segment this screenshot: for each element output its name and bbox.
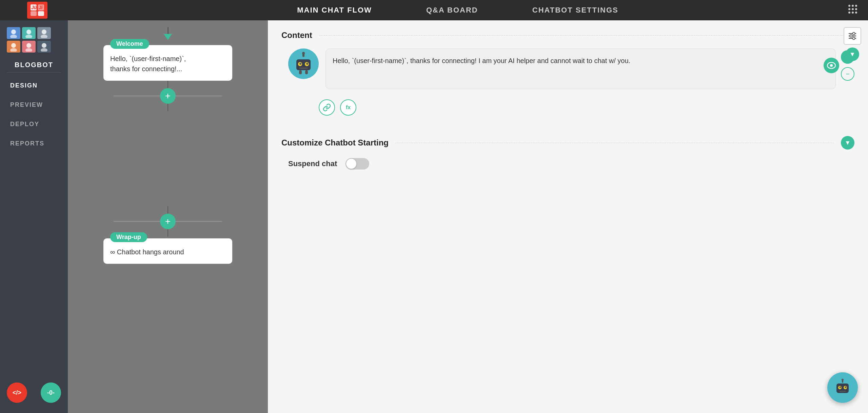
customize-section-header: Customize Chatbot Starting ▼ [281,136,854,150]
nav-tab-chatbot-settings[interactable]: CHATBOT SETTINGS [505,0,646,20]
customize-divider [395,143,834,143]
avatar-4[interactable] [7,41,20,53]
nav-tab-qa-board[interactable]: Q&A BOARD [399,0,505,20]
content-section-header: Content [281,31,854,40]
add-node-button-1[interactable]: + [160,88,176,104]
svg-point-17 [26,29,31,34]
h-line-left-2 [114,221,160,222]
svg-rect-44 [299,70,302,74]
eye-button[interactable] [824,58,839,73]
svg-point-37 [302,52,305,55]
chat-message-input[interactable]: Hello, `(user-first-name)`, thanks for c… [326,48,836,89]
svg-point-12 [848,12,850,14]
chevron-down-icon-2: ▼ [845,139,851,146]
grid-icon[interactable] [848,4,858,16]
suspend-chat-label: Suspend chat [288,159,337,168]
avatar-5[interactable] [22,41,36,53]
svg-point-54 [842,379,844,381]
avatar-6[interactable] [37,41,51,53]
h-line-row-1: + [114,88,222,104]
avatar-1[interactable] [7,27,20,39]
svg-rect-52 [839,391,846,392]
welcome-label: Welcome [110,39,149,49]
flow-arrow [164,34,172,40]
customize-section: Customize Chatbot Starting ▼ Suspend cha… [281,136,854,170]
nav-tabs: MAIN CHAT FLOW Q&A BOARD CHATBOT SETTING… [68,0,848,20]
h-line-right-2 [176,221,222,222]
avatar-2[interactable] [22,27,36,39]
svg-point-16 [10,35,17,38]
h-line-row-2: + [114,214,222,229]
chat-icon-row: fx [281,99,854,116]
suspend-chat-row: Suspend chat [281,158,854,170]
svg-point-22 [10,48,17,52]
svg-point-20 [41,35,47,38]
customize-section-title: Customize Chatbot Starting [281,138,389,148]
sidebar-item-preview[interactable]: PREVIEW [0,95,68,115]
link-button[interactable] [319,99,335,116]
svg-point-50 [840,387,841,388]
svg-point-24 [25,48,32,52]
top-nav: Jü Ji MAIN CHAT FLOW Q&A BOARD CHATBOT S… [0,0,868,20]
svg-rect-43 [299,67,308,69]
svg-point-25 [42,43,46,48]
sidebar-item-reports[interactable]: REPORTS [0,134,68,153]
flow-canvas: Welcome Hello, `(user-first-name)`, than… [68,20,268,413]
zero-button[interactable]: -0- [41,382,61,403]
v-line-3 [167,206,168,214]
customize-dropdown-button[interactable]: ▼ [841,136,854,150]
svg-point-19 [42,29,46,34]
floating-bot-button[interactable] [827,372,858,403]
main-layout: BLOGBOT DESIGN PREVIEW DEPLOY REPORTS </… [0,20,868,413]
sidebar-item-deploy[interactable]: DEPLOY [0,115,68,134]
v-line-2 [167,104,168,111]
code-button[interactable]: </> [7,382,27,403]
svg-point-21 [11,43,16,48]
sidebar-bottom: </> -0- [0,379,68,406]
h-line-left-1 [114,96,160,96]
right-panel: ▼ Content [268,20,868,413]
avatar-grid [7,27,61,53]
flow-wrap: Welcome Hello, `(user-first-name)`, than… [68,27,268,264]
suspend-chat-toggle[interactable] [346,158,369,170]
avatar-3[interactable] [37,27,51,39]
content-dropdown-button[interactable]: ▼ [846,47,859,61]
svg-point-26 [41,48,47,52]
svg-point-30 [853,33,855,35]
welcome-node[interactable]: Welcome Hello, `(user-first-name)`, than… [103,45,232,81]
svg-point-32 [853,37,855,40]
nav-tab-main-chat-flow[interactable]: MAIN CHAT FLOW [270,0,399,20]
toggle-knob [346,159,356,169]
svg-rect-3 [38,11,44,16]
flow-spacer [68,111,268,206]
content-section-title: Content [281,31,312,40]
wrapup-label: Wrap-up [110,232,147,242]
svg-point-42 [306,63,308,65]
svg-point-18 [25,35,32,38]
chat-area: Hello, `(user-first-name)`, thanks for c… [281,48,854,89]
sidebar-avatars [0,20,68,56]
svg-point-7 [852,5,854,7]
svg-point-14 [855,12,857,14]
fx-button[interactable]: fx [340,99,356,116]
sidebar-item-design[interactable]: DESIGN [0,76,68,95]
svg-point-34 [830,64,833,67]
logo-area: Jü Ji [0,2,68,19]
svg-rect-45 [305,70,308,74]
fx-icon: fx [346,104,351,111]
logo[interactable]: Jü Ji [27,2,47,19]
svg-text:Ji: Ji [39,5,43,10]
svg-point-13 [852,12,854,14]
add-node-button-2[interactable]: + [160,214,176,229]
filter-button[interactable] [844,27,861,45]
chat-bubble-area: Hello, `(user-first-name)`, thanks for c… [326,48,854,89]
svg-point-8 [855,5,857,7]
svg-text:Jü: Jü [31,5,37,10]
minus-icon: − [846,70,850,78]
remove-message-button[interactable]: − [841,67,854,81]
panel-top-bar: ▼ [844,27,861,61]
wrapup-node[interactable]: Wrap-up ∞ Chatbot hangs around [103,238,232,264]
bot-name: BLOGBOT [7,56,61,73]
h-line-right-1 [176,96,222,96]
svg-point-10 [852,8,854,10]
